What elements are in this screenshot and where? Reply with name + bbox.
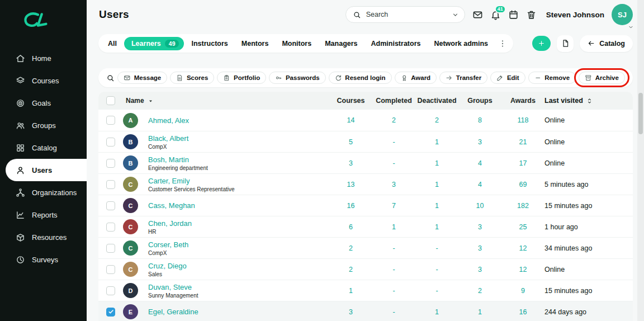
- sidebar-item-reports[interactable]: Reports: [0, 204, 87, 226]
- deactivated-count-link[interactable]: -: [435, 287, 438, 295]
- transfer-button[interactable]: Transfer: [439, 72, 487, 84]
- deactivated-count-link[interactable]: 1: [435, 308, 439, 316]
- avatar[interactable]: C: [123, 262, 138, 277]
- mail-icon[interactable]: [472, 10, 483, 20]
- tab-all[interactable]: All: [102, 37, 123, 50]
- courses-count-link[interactable]: 13: [347, 181, 355, 188]
- awards-count-link[interactable]: 9: [521, 287, 525, 295]
- scrollbar-thumb[interactable]: [638, 93, 643, 134]
- user-name-link[interactable]: Carter, Emily: [148, 177, 329, 185]
- avatar[interactable]: B: [123, 134, 138, 149]
- deactivated-count-link[interactable]: -: [435, 244, 438, 252]
- sidebar-item-courses[interactable]: Courses: [0, 69, 87, 92]
- tab-administrators[interactable]: Administrators: [365, 37, 427, 50]
- row-checkbox[interactable]: [106, 180, 115, 189]
- avatar[interactable]: C: [123, 219, 138, 234]
- completed-count-link[interactable]: 7: [392, 202, 396, 210]
- awards-count-link[interactable]: 21: [519, 138, 527, 146]
- deactivated-count-link[interactable]: 1: [435, 202, 439, 210]
- tab-learners[interactable]: Learners49: [124, 37, 184, 50]
- avatar[interactable]: E: [123, 304, 138, 319]
- user-name-link[interactable]: Duvan, Steve: [148, 283, 329, 291]
- avatar[interactable]: C: [123, 177, 138, 192]
- column-header-last-visited[interactable]: Last visited: [544, 97, 633, 105]
- user-name-link[interactable]: Cruz, Diego: [148, 262, 329, 270]
- completed-count-link[interactable]: -: [392, 308, 395, 316]
- sidebar-item-users[interactable]: Users: [6, 159, 87, 181]
- completed-count-link[interactable]: -: [392, 159, 395, 167]
- column-header-groups[interactable]: Groups: [458, 97, 501, 105]
- groups-count-link[interactable]: 3: [478, 266, 482, 273]
- column-header-courses[interactable]: Courses: [329, 97, 372, 105]
- edit-button[interactable]: Edit: [490, 72, 525, 84]
- archive-button[interactable]: Archive: [579, 72, 625, 84]
- sidebar-item-organizations[interactable]: Organizations: [0, 181, 87, 204]
- groups-count-link[interactable]: 3: [478, 244, 482, 252]
- user-name-link[interactable]: Chen, Jordan: [148, 219, 329, 228]
- sidebar-item-catalog[interactable]: Catalog: [0, 136, 87, 159]
- completed-count-link[interactable]: -: [392, 266, 395, 273]
- avatar[interactable]: B: [123, 155, 138, 171]
- sidebar-item-surveys[interactable]: Surveys: [0, 248, 87, 271]
- courses-count-link[interactable]: 2: [349, 244, 353, 252]
- tab-network-admins[interactable]: Network admins: [428, 37, 494, 50]
- award-button[interactable]: Award: [395, 72, 437, 84]
- completed-count-link[interactable]: 3: [392, 181, 396, 188]
- completed-count-link[interactable]: -: [392, 287, 395, 295]
- courses-count-link[interactable]: 3: [349, 159, 353, 167]
- awards-count-link[interactable]: 17: [519, 159, 527, 167]
- awards-count-link[interactable]: 69: [519, 181, 527, 188]
- groups-count-link[interactable]: 1: [478, 308, 482, 316]
- completed-count-link[interactable]: 2: [392, 116, 396, 124]
- courses-count-link[interactable]: 16: [347, 202, 355, 210]
- tab-mentors[interactable]: Mentors: [235, 37, 275, 50]
- user-name[interactable]: Steven Johnson: [546, 11, 604, 19]
- table-search-icon[interactable]: [106, 74, 115, 82]
- scrollbar[interactable]: [637, 0, 644, 321]
- user-name-link[interactable]: Cass, Meghan: [148, 201, 329, 210]
- groups-count-link[interactable]: 8: [478, 116, 482, 124]
- groups-count-link[interactable]: 4: [478, 181, 482, 188]
- chevron-down-icon[interactable]: [628, 24, 634, 30]
- user-name-link[interactable]: Ahmed, Alex: [148, 116, 329, 125]
- deactivated-count-link[interactable]: 1: [435, 138, 439, 146]
- avatar[interactable]: SJ: [612, 4, 633, 25]
- sidebar-item-home[interactable]: Home: [0, 47, 87, 69]
- courses-count-link[interactable]: 1: [349, 287, 353, 295]
- remove-button[interactable]: Remove: [528, 72, 576, 84]
- awards-count-link[interactable]: 12: [519, 244, 527, 252]
- user-name-link[interactable]: Corser, Beth: [148, 240, 329, 249]
- row-checkbox[interactable]: [106, 308, 115, 317]
- row-checkbox[interactable]: [106, 244, 115, 253]
- user-name-link[interactable]: Egel, Geraldine: [148, 308, 329, 316]
- groups-count-link[interactable]: 4: [478, 159, 482, 167]
- awards-count-link[interactable]: 182: [517, 202, 529, 210]
- groups-count-link[interactable]: 10: [476, 202, 484, 210]
- row-checkbox[interactable]: [106, 116, 115, 125]
- courses-count-link[interactable]: 5: [349, 138, 353, 146]
- select-all-checkbox[interactable]: [106, 96, 115, 105]
- search-input[interactable]: Search: [345, 6, 465, 23]
- deactivated-count-link[interactable]: 1: [435, 181, 439, 188]
- awards-count-link[interactable]: 12: [519, 266, 527, 273]
- calendar-icon[interactable]: [508, 10, 519, 20]
- avatar[interactable]: A: [123, 113, 138, 128]
- groups-count-link[interactable]: 2: [478, 287, 482, 295]
- groups-count-link[interactable]: 3: [478, 138, 482, 146]
- row-checkbox[interactable]: [106, 138, 115, 147]
- message-button[interactable]: Message: [117, 72, 167, 84]
- sidebar-item-resources[interactable]: Resources: [0, 226, 87, 248]
- row-checkbox[interactable]: [106, 265, 115, 274]
- user-name-link[interactable]: Black, Albert: [148, 134, 329, 143]
- awards-count-link[interactable]: 118: [518, 116, 529, 124]
- awards-count-link[interactable]: 25: [519, 223, 527, 231]
- deactivated-count-link[interactable]: -: [435, 266, 438, 273]
- completed-count-link[interactable]: -: [392, 244, 395, 252]
- completed-count-link[interactable]: -: [392, 138, 395, 146]
- avatar[interactable]: D: [123, 283, 138, 298]
- courses-count-link[interactable]: 2: [349, 266, 353, 273]
- portfolio-button[interactable]: Portfolio: [217, 72, 266, 84]
- sort-desc-icon[interactable]: [147, 97, 154, 105]
- row-checkbox[interactable]: [106, 159, 115, 168]
- completed-count-link[interactable]: 1: [392, 223, 396, 231]
